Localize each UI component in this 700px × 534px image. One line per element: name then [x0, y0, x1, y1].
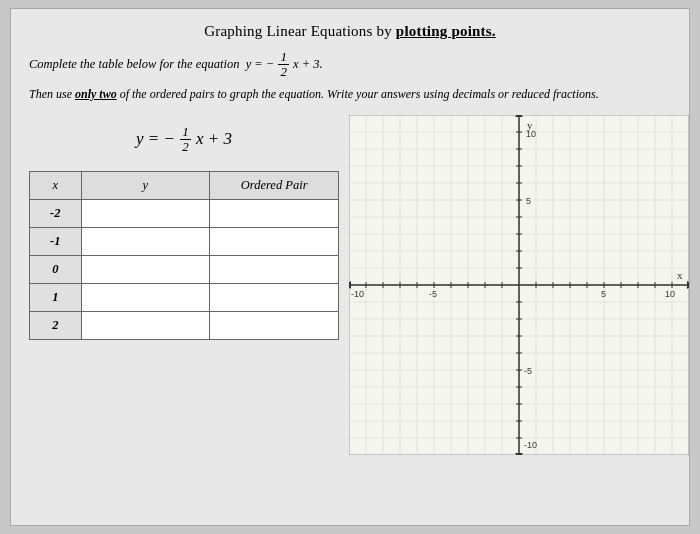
table-row: 2	[30, 311, 339, 339]
y-label-5: 5	[526, 196, 531, 206]
pair-input[interactable]	[214, 206, 334, 221]
svg-marker-43	[515, 115, 523, 117]
pair-input-cell[interactable]	[210, 283, 339, 311]
y-label-neg10: -10	[524, 440, 537, 450]
x-label-5: 5	[601, 289, 606, 299]
pair-input[interactable]	[214, 262, 334, 277]
pair-input[interactable]	[214, 318, 334, 333]
pair-input-cell[interactable]	[210, 227, 339, 255]
table-row: 0	[30, 255, 339, 283]
followup-text: Then use only two of the ordered pairs t…	[29, 86, 671, 103]
graph-container: y x 10 5 -5 -10 -10 -5 5 10	[349, 115, 689, 455]
only-two-emphasis: only two	[75, 87, 117, 101]
instructions-text: Complete the table below for the equatio…	[29, 50, 671, 80]
pair-input-cell[interactable]	[210, 255, 339, 283]
y-input[interactable]	[86, 262, 206, 277]
y-input-cell[interactable]	[81, 255, 210, 283]
x-value: 1	[30, 283, 82, 311]
x-label-10: 10	[665, 289, 675, 299]
y-label-10: 10	[526, 129, 536, 139]
y-label-neg5: -5	[524, 366, 532, 376]
y-input-cell[interactable]	[81, 227, 210, 255]
x-value: -1	[30, 227, 82, 255]
svg-marker-41	[687, 281, 689, 289]
svg-marker-44	[515, 453, 523, 455]
x-value: -2	[30, 199, 82, 227]
coordinate-graph: y x 10 5 -5 -10 -10 -5 5 10	[349, 115, 689, 455]
pair-input-cell[interactable]	[210, 311, 339, 339]
fraction-display: 1 2	[180, 125, 191, 155]
x-value: 0	[30, 255, 82, 283]
content-area: y = − 1 2 x + 3 x y Ordered Pair	[29, 115, 671, 455]
col-header-x: x	[30, 171, 82, 199]
pair-input[interactable]	[214, 234, 334, 249]
y-input[interactable]	[86, 318, 206, 333]
pair-input-cell[interactable]	[210, 199, 339, 227]
y-input[interactable]	[86, 206, 206, 221]
table-row: -2	[30, 199, 339, 227]
equation-display: y = − 1 2 x + 3	[29, 125, 339, 155]
x-axis-label: x	[677, 269, 683, 281]
x-label-neg10: -10	[351, 289, 364, 299]
equation-inline: y = − 1 2 x + 3.	[243, 57, 323, 71]
col-header-pair: Ordered Pair	[210, 171, 339, 199]
y-input-cell[interactable]	[81, 199, 210, 227]
y-input[interactable]	[86, 290, 206, 305]
page: Graphing Linear Equations by plotting po…	[10, 8, 690, 526]
y-input[interactable]	[86, 234, 206, 249]
x-label-neg5: -5	[429, 289, 437, 299]
x-value: 2	[30, 311, 82, 339]
col-header-y: y	[81, 171, 210, 199]
y-input-cell[interactable]	[81, 311, 210, 339]
table-row: 1	[30, 283, 339, 311]
y-input-cell[interactable]	[81, 283, 210, 311]
data-table: x y Ordered Pair -2 -1	[29, 171, 339, 340]
page-title: Graphing Linear Equations by plotting po…	[29, 23, 671, 40]
svg-marker-42	[349, 281, 351, 289]
table-row: -1	[30, 227, 339, 255]
left-panel: y = − 1 2 x + 3 x y Ordered Pair	[29, 115, 339, 340]
title-bold: plotting points.	[396, 23, 496, 39]
pair-input[interactable]	[214, 290, 334, 305]
fraction-inline: 1 2	[278, 50, 289, 80]
